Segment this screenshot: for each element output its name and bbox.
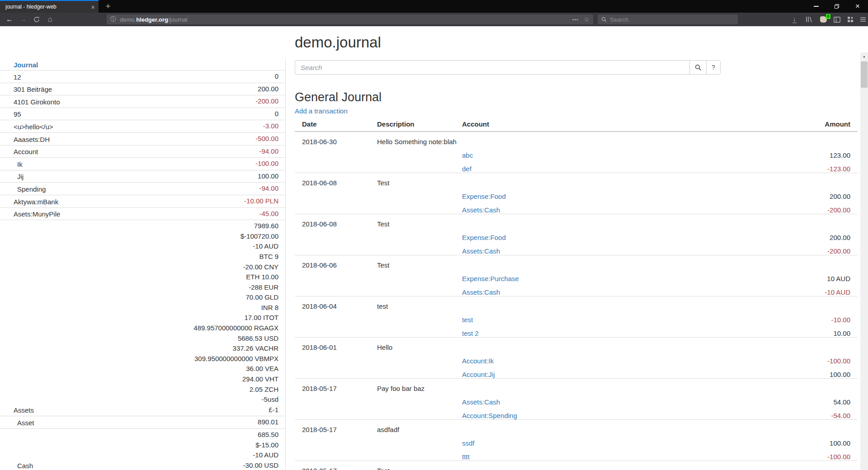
site-info-icon[interactable]: ⓘ [110, 15, 116, 24]
sidebar-account-link[interactable]: 301 Beiträge [0, 85, 52, 94]
posting-row: Account:Ik-100.00 [295, 351, 858, 365]
window-minimize-button[interactable] [806, 0, 826, 13]
browser-search-bar[interactable]: Search [598, 14, 738, 24]
transaction-head-spacer [758, 138, 858, 146]
sidebar-account-link[interactable]: Aktywa:mBank [0, 197, 58, 207]
posting-account-cell: Assets:Cash [462, 207, 758, 214]
sidebar-account-link[interactable]: <u>hello</u> [0, 122, 53, 132]
downloads-button[interactable]: ↓ [788, 14, 800, 25]
sidebar-account-balances: -3.00 [263, 121, 278, 132]
sidebar-account-link[interactable]: 95 [0, 110, 21, 119]
transaction-head-row: 2018-06-08Test [295, 214, 858, 228]
restore-icon [835, 4, 839, 9]
posting-account-link[interactable]: abc [462, 151, 473, 159]
posting-row: ssdf100.00 [295, 433, 858, 447]
sidebar-account-link[interactable]: Assets [0, 406, 34, 415]
transaction-date: 2018-05-17 [295, 467, 377, 470]
sidebar-account-link[interactable]: Asets:MunyPile [0, 210, 60, 219]
page-actions-icon[interactable]: ••• [572, 17, 579, 22]
journal-search-input[interactable] [295, 60, 690, 75]
sidebar-account-row: Asset890.01 [0, 416, 285, 429]
posting-account-link[interactable]: Account:Spending [462, 412, 517, 419]
back-button[interactable]: ← [4, 14, 15, 25]
posting-amount: -200.00 [758, 207, 858, 214]
journal-search-button[interactable] [689, 60, 707, 75]
journal-table-header: Date Description Account Amount [295, 118, 858, 132]
new-tab-button[interactable]: + [101, 0, 115, 13]
posting-account-link[interactable]: Assets:Cash [462, 288, 500, 296]
posting-row: test-10.00 [295, 310, 858, 324]
posting-account-link[interactable]: Expense:Food [462, 234, 506, 241]
transaction-head-spacer [462, 262, 758, 269]
bookmark-star-icon[interactable]: ☆ [584, 16, 590, 23]
posting-account-link[interactable]: Expense:Purchase [462, 275, 519, 282]
home-button[interactable]: ⌂ [44, 14, 56, 25]
sidebar-account-link[interactable]: Account [0, 147, 38, 156]
sidebar-account-link[interactable]: 12 [0, 73, 21, 82]
posting-account-cell: Account:Ik [462, 357, 758, 365]
sidebar-account-link[interactable]: 4101 Girokonto [0, 98, 60, 107]
sidebar-account-balances: 100.00 [258, 171, 278, 182]
add-transaction-link[interactable]: Add a transaction [295, 108, 348, 115]
sidebar-account-row: Aktywa:mBank-10.00 PLN [0, 195, 285, 208]
forward-button[interactable]: → [17, 14, 29, 25]
url-bar[interactable]: ⓘ demo.hledger.org/journal ••• ☆ [107, 14, 593, 24]
posting-account-link[interactable]: ssdf [462, 439, 475, 447]
posting-account-link[interactable]: Assets:Cash [462, 247, 500, 255]
sidebar-account-row: 950 [0, 108, 285, 121]
posting-account-cell: Assets:Cash [462, 289, 758, 296]
transaction-description: Test [377, 467, 462, 470]
posting-account-link[interactable]: def [462, 165, 472, 173]
posting-date-spacer [295, 453, 377, 461]
reload-button[interactable] [31, 14, 42, 25]
posting-account-link[interactable]: Account:Ik [462, 357, 494, 365]
tab-close-icon[interactable]: × [91, 4, 95, 10]
posting-amount: -100.00 [758, 357, 858, 365]
posting-amount: -54.00 [758, 412, 858, 419]
window-restore-button[interactable] [826, 0, 847, 13]
posting-account-link[interactable]: tttt [462, 453, 470, 461]
sidebar-toggle-button[interactable] [831, 14, 843, 25]
sidebar-account-link[interactable]: Aaasets:DH [0, 135, 50, 144]
main-content: demo.journal ? General Journal Add a tra… [295, 26, 858, 470]
library-button[interactable] [803, 14, 815, 25]
journal-link[interactable]: Journal [0, 61, 38, 69]
transaction-head-spacer [758, 426, 858, 433]
posting-account-link[interactable]: Account:Jij [462, 371, 495, 378]
posting-account-link[interactable]: test [462, 316, 473, 324]
search-help-button[interactable]: ? [706, 60, 721, 75]
posting-account-link[interactable]: test 2 [462, 329, 479, 337]
posting-account-link[interactable]: Assets:Cash [462, 206, 500, 214]
sidebar-account-row: 120 [0, 70, 285, 83]
sidebar-account-link[interactable]: Jij [0, 172, 24, 181]
posting-amount: 10 AUD [758, 275, 858, 282]
extension-button[interactable]: 0 [817, 14, 829, 25]
transaction-head-spacer [462, 179, 758, 187]
posting-row: def-123.00 [295, 159, 858, 173]
sidebar-account-link[interactable]: Ik [0, 160, 23, 169]
window-close-button[interactable]: × [847, 0, 868, 13]
sidebar-account-link[interactable]: Asset [0, 418, 34, 428]
posting-row: tttt-100.00 [295, 447, 858, 461]
transaction-head-spacer [462, 303, 758, 310]
browser-tab-active[interactable]: journal - hledger-web × [0, 0, 99, 13]
account-balance: -5usd [193, 395, 278, 405]
hamburger-menu-icon [860, 17, 866, 22]
scrollbar-up-arrow[interactable]: ▲ [860, 52, 868, 60]
tile-tabs-button[interactable] [844, 14, 856, 25]
posting-account-link[interactable]: Expense:Food [462, 193, 506, 200]
posting-account-cell: Assets:Cash [462, 399, 758, 406]
menu-button[interactable] [857, 14, 868, 25]
sidebar-account-link[interactable]: Spending [0, 185, 46, 194]
posting-account-link[interactable]: Assets:Cash [462, 398, 500, 406]
section-title: General Journal [295, 90, 858, 104]
posting-desc-spacer [377, 289, 462, 296]
sidebar-account-row: Assets7989.60$-100720.00-10 AUDBTC 9-20.… [0, 220, 285, 416]
sidebar-account-link[interactable]: Cash [0, 461, 33, 470]
sidebar-toggle-icon [834, 17, 840, 23]
account-balance: -10.00 PLN [244, 196, 278, 207]
window-close-icon: × [855, 2, 860, 11]
page-scrollbar[interactable]: ▲ ▼ [860, 52, 868, 470]
posting-account-cell: Expense:Food [462, 193, 758, 200]
scrollbar-thumb[interactable] [861, 61, 868, 88]
